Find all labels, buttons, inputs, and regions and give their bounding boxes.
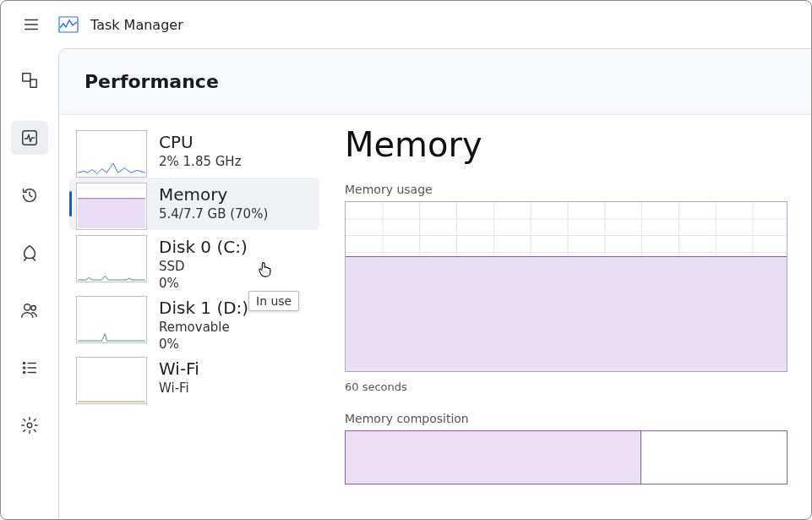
memory-usage-chart bbox=[345, 201, 787, 372]
performance-icon bbox=[20, 129, 39, 147]
perf-item-label: Disk 1 (D:) bbox=[159, 298, 248, 318]
svg-rect-17 bbox=[78, 199, 145, 228]
perf-item-sub2: 0% bbox=[159, 337, 248, 352]
tooltip-text: In use bbox=[256, 294, 292, 308]
history-icon bbox=[20, 186, 39, 205]
memory-thumbnail bbox=[76, 183, 147, 230]
processes-icon bbox=[20, 71, 39, 90]
axis-left-label: 60 seconds bbox=[345, 380, 407, 393]
nav-details[interactable] bbox=[11, 351, 48, 385]
usage-label: Memory usage bbox=[345, 183, 804, 196]
main-split: CPU 2% 1.85 GHz Memory 5.4/7.7 GB (70%) bbox=[59, 115, 811, 519]
startup-icon bbox=[20, 244, 39, 262]
app-logo-icon bbox=[58, 14, 79, 35]
cpu-thumbnail bbox=[76, 130, 147, 178]
perf-item-memory[interactable]: Memory 5.4/7.7 GB (70%) bbox=[69, 178, 319, 230]
wifi-thumbnail bbox=[76, 357, 147, 404]
svg-point-12 bbox=[23, 371, 25, 373]
svg-point-9 bbox=[31, 306, 36, 311]
users-icon bbox=[20, 301, 39, 320]
perf-item-sub: SSD bbox=[159, 259, 248, 274]
page-title: Performance bbox=[59, 49, 811, 115]
svg-point-11 bbox=[23, 367, 25, 369]
svg-point-16 bbox=[27, 423, 32, 428]
nav-services[interactable] bbox=[11, 408, 48, 442]
memory-composition-chart bbox=[345, 430, 787, 484]
composition-inuse-fill bbox=[346, 431, 641, 484]
perf-item-sub: Removable bbox=[159, 320, 248, 335]
perf-item-cpu[interactable]: CPU 2% 1.85 GHz bbox=[69, 125, 319, 178]
app-body: Performance CPU 2% 1.85 GHz bbox=[1, 48, 811, 519]
svg-point-10 bbox=[23, 362, 25, 364]
gear-icon bbox=[20, 416, 39, 435]
title-bar: Task Manager bbox=[1, 1, 811, 48]
svg-rect-4 bbox=[23, 74, 30, 81]
perf-item-sub2: 0% bbox=[159, 276, 248, 291]
hamburger-menu-button[interactable] bbox=[16, 9, 46, 40]
task-manager-window: Task Manager bbox=[0, 0, 812, 520]
perf-item-label: Memory bbox=[159, 184, 268, 205]
svg-rect-3 bbox=[59, 17, 78, 32]
svg-point-8 bbox=[25, 304, 30, 310]
detail-pane: Memory Memory usage 60 seconds bbox=[319, 125, 811, 519]
tooltip: In use bbox=[248, 291, 299, 311]
perf-item-label: Wi-Fi bbox=[159, 359, 199, 379]
nav-app-history[interactable] bbox=[11, 178, 48, 212]
perf-item-disk-0[interactable]: Disk 0 (C:) SSD 0% bbox=[69, 230, 319, 291]
svg-rect-5 bbox=[30, 79, 36, 87]
detail-title: Memory bbox=[345, 125, 804, 164]
perf-item-sub: Wi-Fi bbox=[159, 380, 199, 396]
hamburger-icon bbox=[22, 15, 41, 34]
perf-item-label: Disk 0 (C:) bbox=[159, 237, 248, 257]
perf-item-wifi[interactable]: Wi-Fi Wi-Fi bbox=[69, 352, 319, 404]
usage-fill bbox=[346, 256, 787, 371]
disk1-thumbnail bbox=[76, 296, 147, 343]
perf-item-sub: 5.4/7.7 GB (70%) bbox=[159, 206, 268, 222]
disk0-thumbnail bbox=[76, 235, 147, 282]
nav-startup-apps[interactable] bbox=[11, 236, 48, 270]
composition-label: Memory composition bbox=[345, 412, 804, 425]
usage-axis: 60 seconds bbox=[345, 380, 787, 393]
nav-rail bbox=[1, 48, 58, 519]
content-area: Performance CPU 2% 1.85 GHz bbox=[58, 48, 811, 519]
nav-performance[interactable] bbox=[11, 121, 48, 155]
details-icon bbox=[20, 359, 39, 377]
performance-list: CPU 2% 1.85 GHz Memory 5.4/7.7 GB (70%) bbox=[59, 125, 319, 519]
perf-item-label: CPU bbox=[159, 132, 242, 152]
nav-users[interactable] bbox=[11, 293, 48, 327]
perf-item-sub: 2% 1.85 GHz bbox=[159, 154, 242, 169]
app-title: Task Manager bbox=[90, 17, 183, 33]
nav-processes[interactable] bbox=[11, 63, 48, 97]
